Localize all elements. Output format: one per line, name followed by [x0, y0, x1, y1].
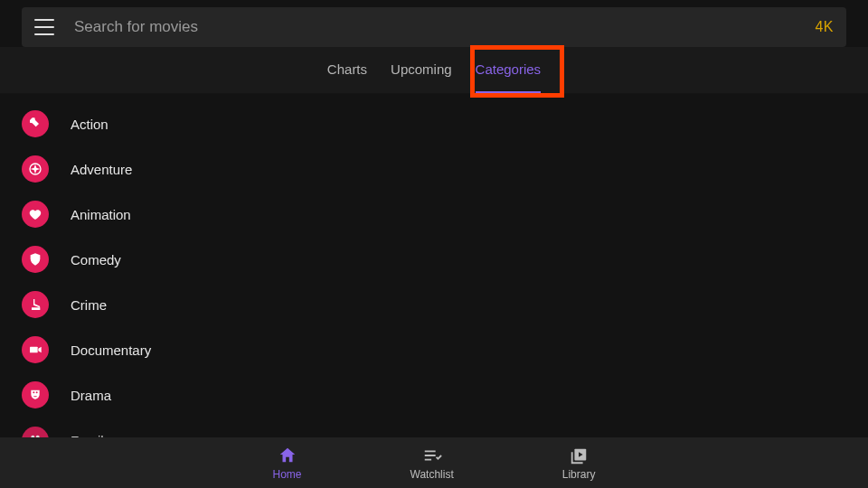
category-drama[interactable]: Drama	[22, 372, 868, 418]
category-comedy[interactable]: Comedy	[22, 237, 868, 282]
nav-library[interactable]: Library	[562, 446, 596, 481]
category-label: Drama	[71, 388, 111, 403]
search-input[interactable]	[74, 18, 815, 36]
comedy-icon	[22, 246, 49, 273]
category-animation[interactable]: Animation	[22, 192, 868, 237]
category-family[interactable]: Family	[22, 418, 868, 437]
nav-watchlist[interactable]: Watchlist	[410, 446, 454, 481]
category-action[interactable]: Action	[22, 101, 868, 146]
badge-4k: 4K	[815, 19, 834, 35]
animation-icon	[22, 201, 49, 228]
category-label: Documentary	[71, 343, 151, 358]
category-documentary[interactable]: Documentary	[22, 327, 868, 372]
tab-charts[interactable]: Charts	[327, 47, 367, 93]
documentary-icon	[22, 336, 49, 363]
adventure-icon	[22, 155, 49, 183]
tab-strip: Charts Upcoming Categories	[0, 47, 868, 94]
category-label: Animation	[71, 207, 131, 222]
home-icon	[278, 446, 297, 465]
bottom-nav: Home Watchlist Library	[0, 437, 868, 488]
library-icon	[569, 446, 589, 465]
tab-label: Charts	[327, 62, 367, 78]
nav-label: Library	[562, 468, 596, 481]
search-bar: 4K	[22, 7, 846, 47]
tab-label: Upcoming	[391, 62, 452, 78]
menu-icon[interactable]	[34, 19, 54, 35]
category-label: Comedy	[71, 252, 121, 267]
tab-label: Categories	[476, 62, 542, 78]
category-adventure[interactable]: Adventure	[22, 146, 868, 192]
drama-icon	[22, 381, 49, 408]
category-crime[interactable]: Crime	[22, 282, 868, 327]
category-list: Action Adventure Animation Comedy Crime …	[0, 94, 868, 437]
category-label: Adventure	[71, 162, 132, 177]
watchlist-icon	[422, 446, 442, 465]
svg-rect-1	[30, 347, 38, 353]
family-icon	[22, 427, 49, 437]
tab-categories[interactable]: Categories	[476, 47, 542, 93]
nav-label: Watchlist	[410, 468, 454, 481]
nav-label: Home	[273, 468, 302, 481]
category-label: Crime	[71, 297, 107, 313]
tab-upcoming[interactable]: Upcoming	[391, 47, 452, 93]
nav-home[interactable]: Home	[273, 446, 302, 481]
category-label: Action	[71, 117, 108, 132]
action-icon	[22, 110, 49, 137]
crime-icon	[22, 291, 49, 318]
